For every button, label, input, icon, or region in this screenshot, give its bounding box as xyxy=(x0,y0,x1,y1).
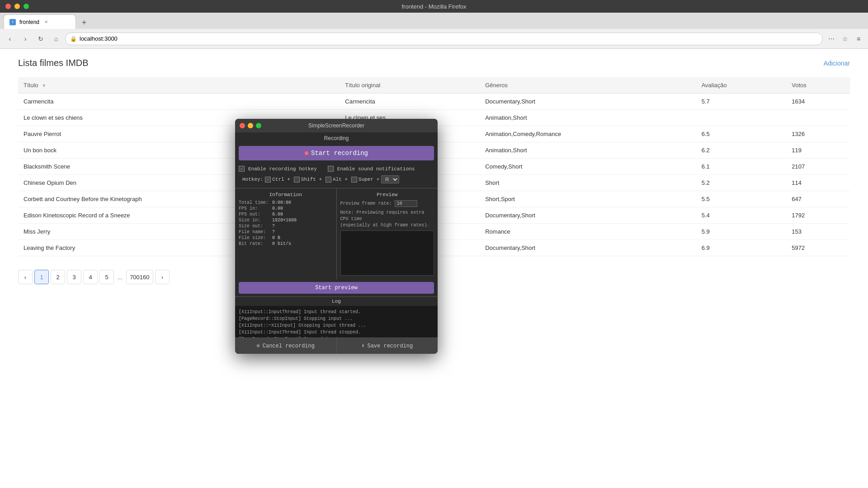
sort-icon-titulo: ▼ xyxy=(42,83,46,88)
browser-tab[interactable]: f frontend ✕ xyxy=(4,14,76,29)
ssr-dialog-title: SimpleScreenRecorder xyxy=(308,122,364,129)
cell-avaliacao: 6.2 xyxy=(696,142,787,159)
cell-votos: 1634 xyxy=(786,94,850,110)
super-label: Super + xyxy=(359,177,379,182)
page-2-button[interactable]: 2 xyxy=(51,270,65,284)
ssr-min-btn[interactable] xyxy=(248,123,253,128)
address-bar: 🔒 xyxy=(65,33,823,45)
home-button[interactable]: ⌂ xyxy=(50,33,62,45)
cell-titulo-original: Carmencita xyxy=(340,94,480,110)
cell-avaliacao: 6.9 xyxy=(696,240,787,256)
info-key: Bit rate: xyxy=(239,241,270,246)
back-button[interactable]: ‹ xyxy=(4,33,16,45)
ssr-close-btn[interactable] xyxy=(240,123,245,128)
enable-sound-checkbox[interactable] xyxy=(328,166,334,172)
extensions-icon[interactable]: ⋯ xyxy=(826,33,837,45)
preview-frame-rate-input[interactable] xyxy=(395,200,417,207)
traffic-lights xyxy=(5,4,29,9)
shift-group: Shift + xyxy=(294,177,322,183)
info-val: 0:00:00 xyxy=(272,200,291,205)
log-line: [X11Input::~X11Input] Stopping input thr… xyxy=(239,322,434,329)
cell-generos: Comedy,Short xyxy=(480,159,696,175)
ctrl-checkbox[interactable] xyxy=(265,177,271,183)
hotkey-row: Hotkey: Ctrl + Shift + Alt + xyxy=(239,174,434,184)
start-preview-button[interactable]: Start preview xyxy=(239,282,434,294)
cell-avaliacao xyxy=(696,110,787,126)
forward-button[interactable]: › xyxy=(19,33,32,45)
page-3-button[interactable]: 3 xyxy=(67,270,81,284)
preview-area xyxy=(340,230,434,276)
main-content: Lista filmes IMDB Adicionar Título ▼ Tít… xyxy=(0,49,868,488)
cell-generos: Documentary,Short xyxy=(480,94,696,110)
col-titulo[interactable]: Título ▼ xyxy=(18,77,340,94)
cell-avaliacao: 5.9 xyxy=(696,224,787,240)
adicionar-button[interactable]: Adicionar xyxy=(824,60,850,67)
url-input[interactable] xyxy=(80,35,818,42)
preview-frame-rate-label: Preview frame rate: xyxy=(340,201,392,206)
info-row: Total time: 0:00:00 xyxy=(239,200,333,205)
cell-generos: Documentary,Short xyxy=(480,240,696,256)
hotkey-key-select[interactable]: R xyxy=(381,175,399,183)
enable-hotkey-label: Enable recording hotkey xyxy=(248,166,317,172)
info-key: FPS out: xyxy=(239,212,270,217)
ssr-log-section: Log [X11Input::InputThread] Input thread… xyxy=(235,296,438,338)
page-header: Lista filmes IMDB Adicionar xyxy=(18,58,850,68)
cell-votos: 2107 xyxy=(786,159,850,175)
prev-page-button[interactable]: ‹ xyxy=(18,270,33,284)
tab-close-btn[interactable]: ✕ xyxy=(43,19,49,25)
enable-hotkey-checkbox[interactable] xyxy=(239,166,245,172)
minimize-traffic-light[interactable] xyxy=(14,4,20,9)
cell-generos: Animation,Comedy,Romance xyxy=(480,126,696,142)
ssr-dialog-body: Recording Start recording Enable recordi… xyxy=(235,132,438,354)
next-page-button[interactable]: › xyxy=(155,270,170,284)
last-page-button[interactable]: 700160 xyxy=(126,270,153,284)
info-row: Size in: 868×488 xyxy=(239,218,333,223)
macos-titlebar: frontend - Mozilla Firefox xyxy=(0,0,868,13)
info-row: File size: 0 B xyxy=(239,235,333,240)
page-1-button[interactable]: 1 xyxy=(34,270,49,284)
cell-avaliacao: 6.1 xyxy=(696,159,787,175)
table-header-row: Título ▼ Título original Gêneros Avaliaç… xyxy=(18,77,850,94)
cancel-recording-button[interactable]: ⊙ Cancel recording xyxy=(235,338,337,354)
cell-avaliacao: 5.5 xyxy=(696,191,787,207)
page-4-button[interactable]: 4 xyxy=(83,270,98,284)
security-icon: 🔒 xyxy=(70,36,77,42)
maximize-traffic-light[interactable] xyxy=(24,4,29,9)
info-panel-title: Information xyxy=(239,192,333,197)
new-tab-button[interactable]: + xyxy=(78,16,90,29)
log-title: Log xyxy=(235,297,438,306)
ssr-max-btn[interactable] xyxy=(256,123,261,128)
shift-checkbox[interactable] xyxy=(294,177,300,183)
bookmark-icon[interactable]: ☆ xyxy=(839,33,851,45)
browser-toolbar: ‹ › ↻ ⌂ 🔒 ⋯ ☆ ≡ xyxy=(0,29,868,49)
col-titulo-original: Título original xyxy=(340,77,480,94)
page-title: Lista filmes IMDB xyxy=(18,58,89,68)
cell-generos: Romance xyxy=(480,224,696,240)
tab-bar: f frontend ✕ + xyxy=(0,13,868,29)
ctrl-label: Ctrl + xyxy=(272,177,290,182)
ssr-traffic-lights xyxy=(240,123,261,128)
log-line: [X11Input::InputThread] Input thread sta… xyxy=(239,309,434,315)
cell-avaliacao: 5.7 xyxy=(696,94,787,110)
info-val: 0.00 xyxy=(272,212,283,217)
close-traffic-light[interactable] xyxy=(5,4,11,9)
save-recording-button[interactable]: ⬇ Save recording xyxy=(337,338,438,354)
reload-button[interactable]: ↻ xyxy=(34,33,47,45)
info-key: File size: xyxy=(239,235,270,240)
info-row: FPS in: 0.00 xyxy=(239,206,333,211)
cell-votos: 1326 xyxy=(786,126,850,142)
info-row: Bit rate: 0 bit/s xyxy=(239,241,333,246)
alt-checkbox[interactable] xyxy=(326,177,331,183)
tab-favicon: f xyxy=(9,19,16,25)
settings-icon[interactable]: ≡ xyxy=(853,33,864,45)
ssr-panels: Information Total time: 0:00:00 FPS in: … xyxy=(235,188,438,279)
cell-votos xyxy=(786,110,850,126)
save-icon: ⬇ xyxy=(361,343,364,349)
info-val: 0 B xyxy=(272,235,280,240)
start-recording-button[interactable]: Start recording xyxy=(239,146,434,160)
tab-label: frontend xyxy=(19,19,39,25)
super-checkbox[interactable] xyxy=(351,177,357,183)
page-5-button[interactable]: 5 xyxy=(99,270,114,284)
info-val: ? xyxy=(272,230,275,235)
enable-hotkey-row: Enable recording hotkey Enable sound not… xyxy=(239,166,434,172)
